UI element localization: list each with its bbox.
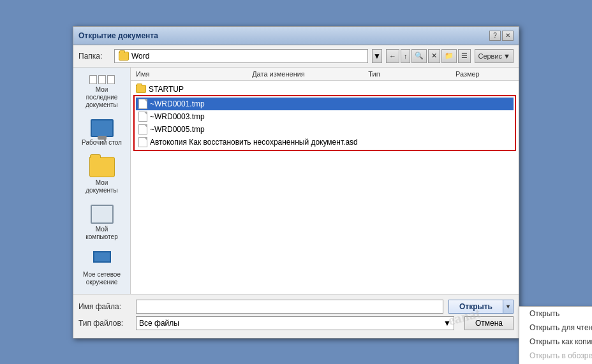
file-name: STARTUP: [149, 85, 184, 94]
sidebar-item-desktop[interactable]: Рабочий стол: [77, 117, 128, 149]
dialog-title: Открытие документа: [78, 31, 158, 40]
mydocs-icon: [89, 157, 115, 177]
new-folder-button[interactable]: 📁: [441, 49, 457, 63]
title-bar-buttons: ? ✕: [489, 31, 514, 41]
sidebar-item-mycomputer[interactable]: Мой компьютер: [77, 202, 128, 244]
toolbar: Папка: Word ▼ ← ↑ 🔍 ✕ 📁 ☰ Сервис ▼: [73, 45, 519, 68]
file-name: ~WRD0001.tmp: [150, 99, 205, 108]
col-date[interactable]: Дата изменения: [252, 70, 368, 78]
dropdown-menu-panel: Открыть Открыть для чтения Открыть как к…: [519, 306, 592, 365]
col-type[interactable]: Тип: [368, 70, 455, 78]
filetype-label: Тип файлов:: [78, 319, 136, 328]
open-button-group: Открыть ▼: [448, 300, 514, 314]
delete-button[interactable]: ✕: [428, 49, 440, 63]
list-item[interactable]: Автокопия Как восстановить несохраненный…: [136, 136, 514, 149]
folder-label: Папка:: [78, 52, 110, 61]
main-content: Мои последние документы Рабочий стол Мои…: [73, 68, 519, 294]
menu-item-open-browser: Открыть в обозревателе: [519, 349, 592, 363]
filename-row: Имя файла: Открыть ▼: [78, 300, 514, 314]
cancel-placeholder: Отмена: [459, 316, 514, 330]
list-item[interactable]: ~WRD0003.tmp: [136, 110, 514, 123]
filename-label: Имя файла:: [78, 302, 136, 311]
bottom-panel: Имя файла: Открыть ▼ Тип файлов: Все фай…: [73, 294, 519, 338]
col-name[interactable]: Имя: [136, 70, 252, 78]
computer-icon: [91, 205, 114, 224]
desktop-label: Рабочий стол: [82, 139, 122, 147]
close-button[interactable]: ✕: [502, 31, 514, 41]
filetype-select[interactable]: Все файлы ▼: [136, 316, 454, 330]
toolbar-buttons: ← ↑ 🔍 ✕ 📁 ☰: [386, 49, 471, 63]
service-menu[interactable]: Сервис ▼: [475, 49, 514, 63]
doc-icon: [138, 137, 147, 147]
list-item[interactable]: ~WRD0005.tmp: [136, 123, 514, 136]
views-button[interactable]: ☰: [458, 49, 471, 63]
list-item[interactable]: STARTUP: [133, 84, 516, 95]
back-button[interactable]: ←: [386, 49, 399, 63]
mydocs-label: Мои документы: [79, 179, 125, 194]
file-name: ~WRD0003.tmp: [150, 112, 205, 121]
list-item[interactable]: ~WRD0001.tmp: [136, 98, 514, 110]
file-name: Автокопия Как восстановить несохраненный…: [150, 138, 358, 147]
filetype-row: Тип файлов: Все файлы ▼ Отмена: [78, 316, 514, 330]
filename-input[interactable]: [136, 300, 443, 314]
sidebar-item-mydocs[interactable]: Мои документы: [77, 154, 128, 197]
column-headers: Имя Дата изменения Тип Размер: [131, 68, 519, 81]
file-panel: Имя Дата изменения Тип Размер STARTUP ~W…: [131, 68, 519, 294]
doc-icon: [138, 124, 147, 135]
filetype-arrow: ▼: [443, 319, 451, 328]
sidebar-item-network[interactable]: Мое сетевое окружение: [77, 249, 128, 289]
title-bar: Открытие документа ? ✕: [73, 27, 519, 45]
col-size[interactable]: Размер: [455, 70, 514, 78]
menu-item-open-copy[interactable]: Открыть как копию: [519, 335, 592, 349]
network-label: Мое сетевое окружение: [79, 271, 125, 286]
folder-icon: [119, 52, 129, 61]
sidebar: Мои последние документы Рабочий стол Мои…: [73, 68, 131, 294]
recent-icon-3: [107, 75, 115, 84]
network-monitor: [93, 251, 111, 263]
help-button[interactable]: ?: [489, 31, 501, 41]
recent-icon-2: [98, 75, 106, 84]
file-list: STARTUP ~WRD0001.tmp ~WRD0003.tmp ~WRD00…: [131, 81, 519, 294]
menu-item-open[interactable]: Открыть: [519, 307, 592, 321]
computer-label: Мой компьютер: [79, 226, 125, 241]
open-dropdown-arrow[interactable]: ▼: [503, 300, 514, 314]
folder-icon: [136, 85, 146, 93]
sidebar-item-recent[interactable]: Мои последние документы: [77, 73, 128, 112]
open-document-dialog: Открытие документа ? ✕ Папка: Word ▼ ← ↑…: [73, 26, 519, 339]
doc-icon: [138, 112, 147, 122]
up-button[interactable]: ↑: [401, 49, 411, 63]
recent-icon: [89, 75, 97, 84]
cancel-button[interactable]: Отмена: [464, 316, 514, 330]
recent-label: Мои последние документы: [79, 86, 125, 109]
location-bar[interactable]: Word: [114, 49, 368, 63]
location-dropdown[interactable]: ▼: [372, 49, 382, 63]
open-button[interactable]: Открыть: [448, 300, 503, 314]
location-text: Word: [131, 52, 149, 61]
network-icon: [90, 251, 114, 269]
filetype-value: Все файлы: [139, 319, 443, 328]
menu-item-open-readonly[interactable]: Открыть для чтения: [519, 321, 592, 335]
file-name: ~WRD0005.tmp: [150, 125, 205, 134]
selected-group: ~WRD0001.tmp ~WRD0003.tmp ~WRD0005.tmp А…: [133, 95, 516, 151]
desktop-icon: [91, 119, 114, 137]
doc-icon: [138, 99, 147, 109]
search-button[interactable]: 🔍: [411, 49, 427, 63]
